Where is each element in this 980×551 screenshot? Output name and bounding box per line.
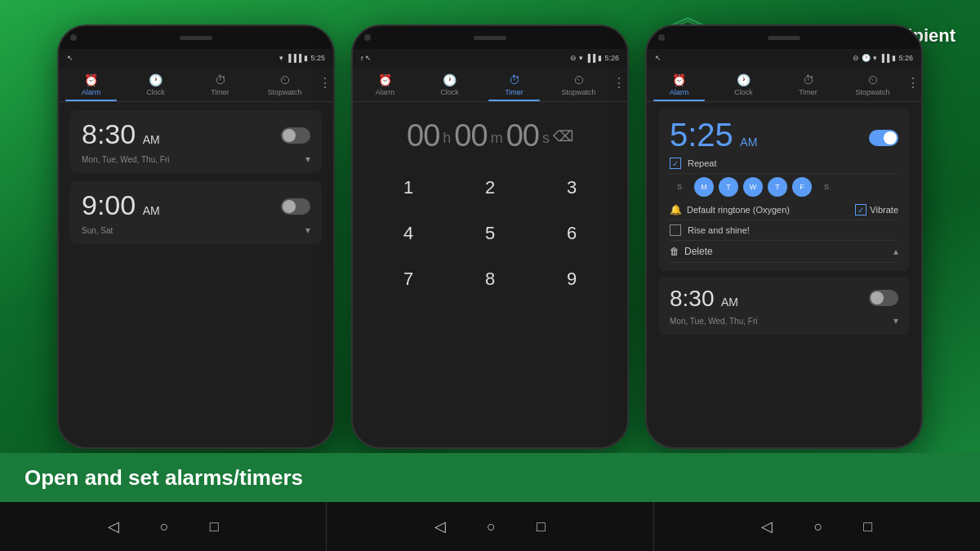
timer-minutes: 00 (454, 118, 487, 153)
chevron-down-3-icon[interactable]: ▾ (893, 315, 898, 327)
day-S-1[interactable]: S (670, 177, 689, 197)
tab-timer-3[interactable]: ⏱ Timer (776, 70, 840, 101)
wifi-icon: ▾ (279, 54, 283, 62)
tab-alarm-3[interactable]: ⏰ Alarm (647, 70, 711, 101)
phone-1: ↖ ▾ ▐▐▐ ▮ 5:25 ⏰ Alarm 🕐 Clock ⏱ (57, 24, 335, 449)
speaker-icon (180, 36, 212, 40)
nav-phone-1: ◁ ○ □ (0, 502, 327, 551)
chevron-down-2-icon[interactable]: ▾ (305, 224, 310, 236)
timer-h-label: h (443, 130, 451, 147)
home-btn-3[interactable]: ○ (813, 518, 822, 535)
stopwatch-icon-2: ⏲ (573, 73, 585, 87)
num-1[interactable]: 1 (369, 167, 448, 209)
signal-icon-4: ↖ (655, 54, 662, 62)
timer-s-label: s (542, 130, 550, 147)
speaker-icon-2 (474, 36, 506, 40)
home-btn-2[interactable]: ○ (487, 518, 496, 535)
back-btn-3[interactable]: ◁ (761, 518, 773, 535)
bell-icon: 🔔 (670, 204, 682, 216)
alarm-detail-toggle[interactable] (869, 130, 898, 146)
alarm-3-2-toggle[interactable] (869, 290, 898, 306)
clock-status-icon: 🕐 (862, 54, 871, 62)
repeat-row: ✓ Repeat (670, 153, 898, 174)
tab-timer-2[interactable]: ⏱ Timer (482, 70, 546, 101)
clock-icon: 🕐 (149, 73, 163, 87)
alarm-item-1: 8:30 AM Mon, Tue, Wed, Thu, Fri ▾ (70, 110, 322, 173)
alarm-1-toggle[interactable] (281, 127, 310, 144)
backspace-icon[interactable]: ⌫ (553, 127, 573, 145)
num-6[interactable]: 6 (532, 212, 611, 255)
day-M[interactable]: M (694, 177, 714, 197)
label-checkbox[interactable] (670, 224, 681, 236)
alarm-icon-3: ⏰ (672, 73, 686, 87)
timer-icon-3: ⏱ (803, 73, 814, 87)
alarm-2-ampm: AM (143, 204, 160, 217)
camera-icon-3 (658, 34, 665, 41)
tab-stopwatch-1[interactable]: ⏲ Stopwatch (252, 70, 317, 101)
minus-icon-3: ⊖ (853, 54, 859, 62)
chevron-down-icon[interactable]: ▾ (305, 153, 310, 165)
num-9[interactable]: 9 (532, 258, 611, 300)
more-options-btn-2[interactable]: ⋮ (611, 70, 627, 101)
phone-2: f ↖ ⊖ ▾ ▐▐ ▮ 5:26 ⏰ Alarm 🕐 Clo (351, 24, 629, 449)
num-5[interactable]: 5 (451, 212, 529, 255)
home-btn-1[interactable]: ○ (160, 518, 169, 535)
main-container: ★ EPIC MegaGrants Recipient ↖ ▾ ▐▐▐ ▮ 5:… (0, 0, 980, 551)
repeat-checkbox[interactable]: ✓ (670, 158, 681, 169)
fb-icon: f (361, 55, 363, 62)
tab-timer-1[interactable]: ⏱ Timer (188, 70, 252, 101)
num-2[interactable]: 2 (451, 167, 529, 209)
tab-clock-3[interactable]: 🕐 Clock (711, 70, 776, 101)
alarm-label: Rise and shine! (688, 225, 750, 235)
numpad: 1 2 3 4 5 6 7 8 9 (353, 167, 627, 300)
alarm-1-time-row: 8:30 AM (82, 118, 310, 150)
alarm-2-hour: 9:00 (82, 189, 136, 220)
more-options-btn[interactable]: ⋮ (317, 70, 333, 101)
status-time-2: 5:26 (604, 54, 619, 62)
tab-alarm-1[interactable]: ⏰ Alarm (59, 70, 123, 101)
timer-m-label: m (491, 130, 503, 147)
alarm-1-ampm: AM (143, 133, 160, 146)
wifi-icon-2: ▾ (579, 54, 583, 62)
tab-stopwatch-2[interactable]: ⏲ Stopwatch (546, 70, 611, 101)
num-8[interactable]: 8 (451, 258, 529, 300)
alarm-2-toggle[interactable] (281, 198, 310, 215)
more-options-btn-3[interactable]: ⋮ (905, 70, 921, 101)
tab-alarm-2[interactable]: ⏰ Alarm (353, 70, 417, 101)
chevron-up-icon[interactable]: ▴ (893, 246, 898, 257)
day-W[interactable]: W (743, 177, 763, 197)
recent-btn-3[interactable]: □ (863, 518, 872, 535)
day-F[interactable]: F (792, 177, 812, 197)
delete-row: 🗑 Delete ▴ (670, 241, 898, 263)
alarm-detail-time-row: 5:25 AM (670, 117, 898, 153)
back-btn-2[interactable]: ◁ (434, 518, 446, 535)
num-4[interactable]: 4 (369, 212, 448, 255)
day-T-2[interactable]: T (768, 177, 787, 197)
ringtone-row: 🔔 Default ringtone (Oxygen) ✓ Vibrate (670, 200, 898, 220)
alarm-detail-hour: 5:25 (670, 117, 733, 153)
speaker-icon-3 (768, 36, 800, 40)
day-T-1[interactable]: T (719, 177, 738, 197)
status-icons: ▾ ▐▐▐ ▮ 5:25 (279, 54, 325, 62)
tab-clock-2[interactable]: 🕐 Clock (417, 70, 482, 101)
status-time: 5:25 (310, 54, 325, 62)
delete-label[interactable]: Delete (684, 246, 713, 257)
timer-icon: ⏱ (215, 73, 226, 87)
num-7[interactable]: 7 (369, 258, 448, 300)
signal-icon-2: ↖ (365, 54, 372, 62)
num-3[interactable]: 3 (532, 167, 611, 209)
day-S-2[interactable]: S (817, 177, 836, 197)
tab-stopwatch-3[interactable]: ⏲ Stopwatch (840, 70, 905, 101)
signal-icon-3: ▐▐ (586, 54, 596, 62)
tab-clock-1[interactable]: 🕐 Clock (123, 70, 188, 101)
status-time-3: 5:26 (898, 54, 913, 62)
bottom-nav-strip: ◁ ○ □ ◁ ○ □ ◁ ○ □ (0, 502, 980, 551)
recent-btn-1[interactable]: □ (210, 518, 219, 535)
alarm-item-3-2: 8:30 AM Mon, Tue, Wed, Thu, Fri ▾ (658, 278, 910, 335)
stopwatch-icon-3: ⏲ (867, 73, 879, 87)
back-btn-1[interactable]: ◁ (108, 518, 119, 535)
vibrate-checkbox[interactable]: ✓ (855, 204, 866, 216)
clock-icon-3: 🕐 (737, 73, 751, 87)
phone-3: ↖ ⊖ 🕐 ▾ ▐▐ ▮ 5:26 ⏰ Alarm 🕐 Cl (645, 24, 923, 449)
recent-btn-2[interactable]: □ (537, 518, 546, 535)
